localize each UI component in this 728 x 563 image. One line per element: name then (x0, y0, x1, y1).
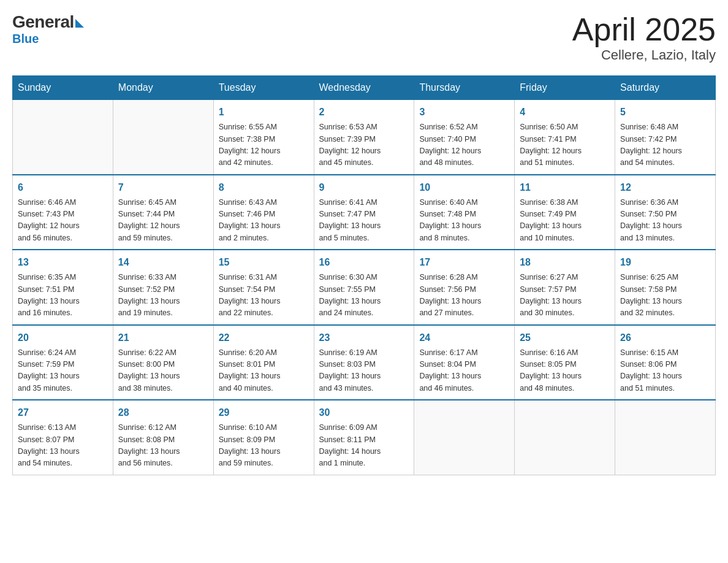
table-row: 11Sunrise: 6:38 AM Sunset: 7:49 PM Dayli… (515, 175, 615, 250)
table-row: 24Sunrise: 6:17 AM Sunset: 8:04 PM Dayli… (414, 325, 515, 400)
day-number: 9 (319, 180, 409, 195)
day-number: 27 (18, 405, 108, 420)
table-row: 3Sunrise: 6:52 AM Sunset: 7:40 PM Daylig… (414, 100, 515, 175)
table-row: 6Sunrise: 6:46 AM Sunset: 7:43 PM Daylig… (13, 175, 113, 250)
calendar-week-row: 6Sunrise: 6:46 AM Sunset: 7:43 PM Daylig… (13, 175, 716, 250)
day-number: 4 (520, 105, 610, 120)
day-info: Sunrise: 6:13 AM Sunset: 8:07 PM Dayligh… (18, 422, 108, 470)
day-info: Sunrise: 6:20 AM Sunset: 8:01 PM Dayligh… (219, 347, 309, 395)
table-row (13, 100, 113, 175)
day-info: Sunrise: 6:36 AM Sunset: 7:50 PM Dayligh… (620, 197, 710, 245)
table-row: 2Sunrise: 6:53 AM Sunset: 7:39 PM Daylig… (314, 100, 414, 175)
day-number: 2 (319, 105, 409, 120)
day-number: 24 (419, 331, 509, 345)
day-info: Sunrise: 6:28 AM Sunset: 7:56 PM Dayligh… (419, 272, 509, 320)
table-row: 19Sunrise: 6:25 AM Sunset: 7:58 PM Dayli… (615, 250, 716, 325)
col-friday: Friday (515, 76, 615, 100)
day-number: 30 (319, 405, 409, 420)
logo-general-text: General (12, 12, 74, 32)
table-row: 25Sunrise: 6:16 AM Sunset: 8:05 PM Dayli… (515, 325, 615, 400)
day-info: Sunrise: 6:25 AM Sunset: 7:58 PM Dayligh… (620, 272, 710, 320)
table-row: 27Sunrise: 6:13 AM Sunset: 8:07 PM Dayli… (13, 400, 113, 475)
table-row (515, 400, 615, 475)
day-number: 23 (319, 331, 409, 345)
table-row: 16Sunrise: 6:30 AM Sunset: 7:55 PM Dayli… (314, 250, 414, 325)
day-info: Sunrise: 6:24 AM Sunset: 7:59 PM Dayligh… (18, 347, 108, 395)
day-number: 8 (219, 180, 309, 195)
table-row: 13Sunrise: 6:35 AM Sunset: 7:51 PM Dayli… (13, 250, 113, 325)
location-title: Cellere, Lazio, Italy (572, 47, 716, 63)
col-tuesday: Tuesday (213, 76, 314, 100)
day-number: 22 (219, 331, 309, 345)
day-info: Sunrise: 6:38 AM Sunset: 7:49 PM Dayligh… (520, 197, 610, 245)
col-wednesday: Wednesday (314, 76, 414, 100)
day-info: Sunrise: 6:48 AM Sunset: 7:42 PM Dayligh… (620, 121, 710, 169)
day-info: Sunrise: 6:17 AM Sunset: 8:04 PM Dayligh… (419, 347, 509, 395)
calendar-week-row: 1Sunrise: 6:55 AM Sunset: 7:38 PM Daylig… (13, 100, 716, 175)
table-row: 21Sunrise: 6:22 AM Sunset: 8:00 PM Dayli… (113, 325, 213, 400)
day-info: Sunrise: 6:35 AM Sunset: 7:51 PM Dayligh… (18, 272, 108, 320)
table-row: 17Sunrise: 6:28 AM Sunset: 7:56 PM Dayli… (414, 250, 515, 325)
day-number: 12 (620, 180, 710, 195)
table-row: 1Sunrise: 6:55 AM Sunset: 7:38 PM Daylig… (213, 100, 314, 175)
table-row: 7Sunrise: 6:45 AM Sunset: 7:44 PM Daylig… (113, 175, 213, 250)
table-row: 28Sunrise: 6:12 AM Sunset: 8:08 PM Dayli… (113, 400, 213, 475)
table-row (414, 400, 515, 475)
col-sunday: Sunday (13, 76, 113, 100)
col-monday: Monday (113, 76, 213, 100)
table-row: 22Sunrise: 6:20 AM Sunset: 8:01 PM Dayli… (213, 325, 314, 400)
table-row: 15Sunrise: 6:31 AM Sunset: 7:54 PM Dayli… (213, 250, 314, 325)
logo: General Blue (12, 12, 84, 46)
day-number: 29 (219, 405, 309, 420)
day-number: 21 (118, 331, 208, 345)
logo-blue-text: Blue (12, 32, 39, 46)
day-number: 5 (620, 105, 710, 120)
day-info: Sunrise: 6:40 AM Sunset: 7:48 PM Dayligh… (419, 197, 509, 245)
day-number: 20 (18, 331, 108, 345)
day-info: Sunrise: 6:10 AM Sunset: 8:09 PM Dayligh… (219, 422, 309, 470)
day-info: Sunrise: 6:16 AM Sunset: 8:05 PM Dayligh… (520, 347, 610, 395)
day-number: 14 (118, 255, 208, 270)
table-row: 4Sunrise: 6:50 AM Sunset: 7:41 PM Daylig… (515, 100, 615, 175)
logo-arrow-icon (75, 19, 84, 28)
day-number: 11 (520, 180, 610, 195)
day-number: 13 (18, 255, 108, 270)
day-info: Sunrise: 6:31 AM Sunset: 7:54 PM Dayligh… (219, 272, 309, 320)
day-number: 6 (18, 180, 108, 195)
day-number: 10 (419, 180, 509, 195)
day-info: Sunrise: 6:33 AM Sunset: 7:52 PM Dayligh… (118, 272, 208, 320)
calendar-header-row: Sunday Monday Tuesday Wednesday Thursday… (13, 76, 716, 100)
day-info: Sunrise: 6:27 AM Sunset: 7:57 PM Dayligh… (520, 272, 610, 320)
day-info: Sunrise: 6:30 AM Sunset: 7:55 PM Dayligh… (319, 272, 409, 320)
page-header: General Blue April 2025 Cellere, Lazio, … (12, 12, 716, 63)
table-row (615, 400, 716, 475)
day-number: 19 (620, 255, 710, 270)
day-info: Sunrise: 6:53 AM Sunset: 7:39 PM Dayligh… (319, 121, 409, 169)
day-number: 1 (219, 105, 309, 120)
day-info: Sunrise: 6:55 AM Sunset: 7:38 PM Dayligh… (219, 121, 309, 169)
table-row: 12Sunrise: 6:36 AM Sunset: 7:50 PM Dayli… (615, 175, 716, 250)
calendar-week-row: 20Sunrise: 6:24 AM Sunset: 7:59 PM Dayli… (13, 325, 716, 400)
table-row: 9Sunrise: 6:41 AM Sunset: 7:47 PM Daylig… (314, 175, 414, 250)
month-title: April 2025 (572, 12, 716, 47)
day-info: Sunrise: 6:15 AM Sunset: 8:06 PM Dayligh… (620, 347, 710, 395)
day-number: 26 (620, 331, 710, 345)
day-info: Sunrise: 6:50 AM Sunset: 7:41 PM Dayligh… (520, 121, 610, 169)
table-row: 18Sunrise: 6:27 AM Sunset: 7:57 PM Dayli… (515, 250, 615, 325)
col-thursday: Thursday (414, 76, 515, 100)
day-info: Sunrise: 6:12 AM Sunset: 8:08 PM Dayligh… (118, 422, 208, 470)
table-row: 26Sunrise: 6:15 AM Sunset: 8:06 PM Dayli… (615, 325, 716, 400)
table-row (113, 100, 213, 175)
calendar-week-row: 13Sunrise: 6:35 AM Sunset: 7:51 PM Dayli… (13, 250, 716, 325)
day-info: Sunrise: 6:19 AM Sunset: 8:03 PM Dayligh… (319, 347, 409, 395)
calendar-week-row: 27Sunrise: 6:13 AM Sunset: 8:07 PM Dayli… (13, 400, 716, 475)
calendar-table: Sunday Monday Tuesday Wednesday Thursday… (12, 75, 716, 475)
day-info: Sunrise: 6:43 AM Sunset: 7:46 PM Dayligh… (219, 197, 309, 245)
col-saturday: Saturday (615, 76, 716, 100)
day-info: Sunrise: 6:45 AM Sunset: 7:44 PM Dayligh… (118, 197, 208, 245)
table-row: 5Sunrise: 6:48 AM Sunset: 7:42 PM Daylig… (615, 100, 716, 175)
day-info: Sunrise: 6:41 AM Sunset: 7:47 PM Dayligh… (319, 197, 409, 245)
day-number: 18 (520, 255, 610, 270)
table-row: 23Sunrise: 6:19 AM Sunset: 8:03 PM Dayli… (314, 325, 414, 400)
day-info: Sunrise: 6:09 AM Sunset: 8:11 PM Dayligh… (319, 422, 409, 470)
